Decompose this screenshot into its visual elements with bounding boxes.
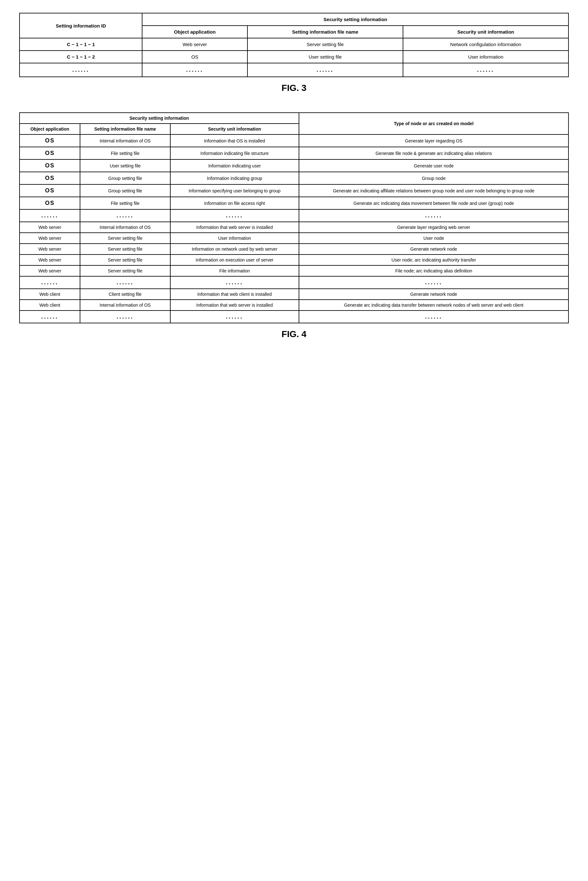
fig3-security-header: Security setting information [142, 13, 568, 26]
fig4-row-security: ...... [170, 311, 299, 323]
fig4-row-security: Information that web server is installed [170, 300, 299, 311]
fig4-row-type: Group node [299, 172, 568, 185]
fig4-row-type: Generate layer regarding web server [299, 222, 568, 233]
fig4-col1-header: Object application [20, 123, 80, 134]
fig4-row-security: Information indicating group [170, 172, 299, 185]
fig4-row-security: Information that web client is installed [170, 289, 299, 300]
fig4-row-file: ...... [80, 276, 170, 289]
fig4-table: Security setting information Type of nod… [19, 113, 569, 323]
fig4-row-security: ...... [170, 209, 299, 222]
fig4-row-type: ...... [299, 311, 568, 323]
fig4-row-security: Information on file access right [170, 197, 299, 209]
fig4-row-file: Client setting file [80, 289, 170, 300]
fig4-row-type: User node [299, 233, 568, 244]
fig4-row-security: Information that OS is installed [170, 134, 299, 147]
fig4-row-type: File node; arc indicating alias definiti… [299, 266, 568, 276]
fig4-row-file: File setting file [80, 197, 170, 209]
fig4-label: FIG. 4 [19, 329, 569, 339]
fig4-row-file: ...... [80, 209, 170, 222]
fig4-row-security: Information on execu­tion user of server [170, 255, 299, 266]
fig3-row-file: User setting file [248, 51, 403, 63]
fig4-row-app: OS [20, 147, 80, 159]
fig4-row-file: Internal information of OS [80, 222, 170, 233]
fig4-section: Security setting information Type of nod… [19, 113, 569, 339]
fig4-row-file: Group setting file [80, 172, 170, 185]
fig4-row-security: User information [170, 233, 299, 244]
fig4-col2-header: Setting information file name [80, 123, 170, 134]
fig4-row-file: User setting file [80, 159, 170, 172]
fig4-row-app: ...... [20, 209, 80, 222]
fig4-row-file: ...... [80, 311, 170, 323]
fig4-row-app: OS [20, 134, 80, 147]
fig3-row-security: ...... [403, 63, 568, 77]
fig3-section: Setting information ID Security setting … [19, 13, 569, 93]
fig4-row-security: Information indicating file structure [170, 147, 299, 159]
fig4-row-file: Server setting file [80, 244, 170, 255]
fig4-row-app: Web server [20, 244, 80, 255]
fig4-row-app: OS [20, 159, 80, 172]
fig4-row-file: Internal information of OS [80, 300, 170, 311]
fig4-row-type: Generate network node [299, 289, 568, 300]
fig4-row-app: Web client [20, 289, 80, 300]
fig3-label: FIG. 3 [19, 83, 569, 93]
fig4-row-type: User node; arc indicating authority tran… [299, 255, 568, 266]
fig3-row-id: C − 1 − 1 − 1 [20, 38, 142, 51]
fig4-row-security: Information indicating user [170, 159, 299, 172]
fig4-row-app: Web client [20, 300, 80, 311]
fig3-row-app: Web server [142, 38, 248, 51]
fig4-row-file: Group setting file [80, 185, 170, 197]
fig3-row-security: User information [403, 51, 568, 63]
fig3-row-file: ...... [248, 63, 403, 77]
fig4-row-type: Generate arc indicating data movement be… [299, 197, 568, 209]
fig4-row-app: Web server [20, 266, 80, 276]
fig3-row-app: ...... [142, 63, 248, 77]
fig4-row-app: Web server [20, 255, 80, 266]
fig3-col3-header: Setting information file name [248, 26, 403, 38]
fig4-row-type: Generate arc indicating affiliate relati… [299, 185, 568, 197]
fig4-row-app: ...... [20, 276, 80, 289]
fig4-row-type: ...... [299, 209, 568, 222]
fig4-row-security: ...... [170, 276, 299, 289]
fig4-row-app: ...... [20, 311, 80, 323]
fig4-row-type: Generate arc indicating data transfer be… [299, 300, 568, 311]
fig4-row-type: Generate layer regarding OS [299, 134, 568, 147]
fig3-row-id: ...... [20, 63, 142, 77]
fig4-col3-header: Security unit information [170, 123, 299, 134]
fig4-row-file: File setting file [80, 147, 170, 159]
fig3-row-app: OS [142, 51, 248, 63]
fig4-row-type: Generate network node [299, 244, 568, 255]
fig4-col4-header: Type of node or arc created on model [299, 113, 568, 134]
fig3-col2-header: Object application [142, 26, 248, 38]
fig4-row-app: OS [20, 172, 80, 185]
fig3-col4-header: Security unit information [403, 26, 568, 38]
fig4-row-security: Information that web server is installed [170, 222, 299, 233]
fig4-row-type: Generate user node [299, 159, 568, 172]
fig4-row-app: Web server [20, 222, 80, 233]
fig4-row-file: Server setting file [80, 233, 170, 244]
fig3-row-security: Network configulation information [403, 38, 568, 51]
fig4-row-security: File information [170, 266, 299, 276]
fig4-row-security: Information on network used by web serve… [170, 244, 299, 255]
fig4-row-type: ...... [299, 276, 568, 289]
fig3-row-id: C − 1 − 1 − 2 [20, 51, 142, 63]
fig3-table: Setting information ID Security setting … [19, 13, 569, 77]
fig4-row-security: Information specifying user belonging to… [170, 185, 299, 197]
fig4-row-file: Server setting file [80, 255, 170, 266]
fig4-row-file: Internal information of OS [80, 134, 170, 147]
fig4-row-app: OS [20, 197, 80, 209]
fig3-col1-header: Setting information ID [20, 13, 142, 38]
fig3-row-file: Server setting file [248, 38, 403, 51]
fig4-row-file: Server setting file [80, 266, 170, 276]
fig4-row-type: Generate file node & generate arc indica… [299, 147, 568, 159]
fig4-group1-header: Security setting information [20, 113, 299, 123]
fig4-row-app: Web server [20, 233, 80, 244]
fig4-row-app: OS [20, 185, 80, 197]
